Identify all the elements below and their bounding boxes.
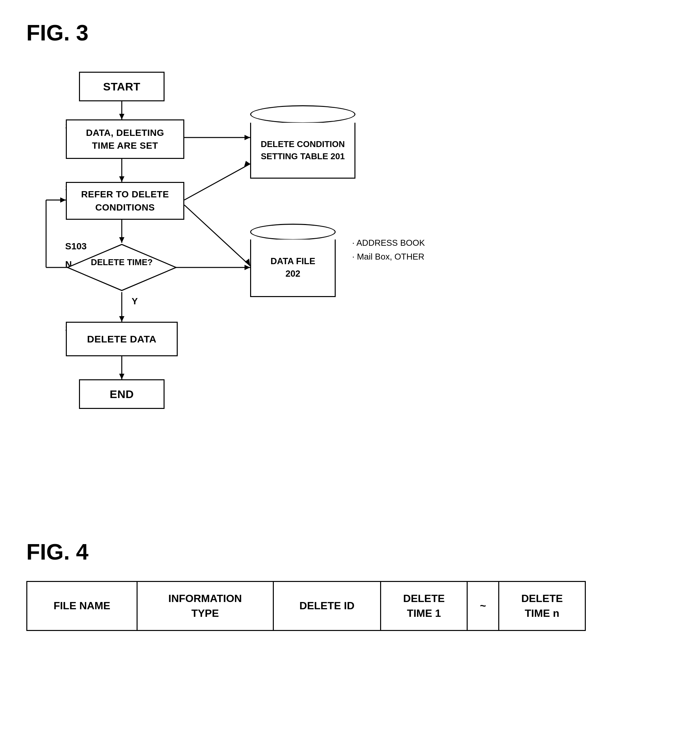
s102-text: REFER TO DELETECONDITIONS [81,188,169,214]
db2-label: DATA FILE202 [270,255,315,280]
delete-time-1-text: DELETETIME 1 [403,592,445,619]
db2-cylinder: DATA FILE202 [250,223,336,297]
col-tilde: ~ [467,582,499,631]
db1-cylinder: DELETE CONDITIONSETTING TABLE 201 [250,105,355,179]
table-header-row: FILE NAME INFORMATIONTYPE DELETE ID DELE… [27,582,586,631]
bullets: · ADDRESS BOOK · Mail Box, OTHER [352,236,425,264]
svg-marker-21 [245,265,250,270]
delete-time-n-text: DELETETIME n [521,592,563,619]
fig4-section: FIG. 4 FILE NAME INFORMATIONTYPE DELETE … [27,539,673,631]
svg-marker-7 [119,316,124,322]
svg-marker-1 [119,114,124,119]
col-delete-time-n: DELETETIME n [498,582,585,631]
svg-marker-13 [60,197,66,203]
svg-line-18 [184,205,250,266]
end-box: END [79,379,164,409]
diamond-box: DELETE TIME? [66,243,178,292]
bullet-address: · ADDRESS BOOK [352,236,425,250]
col-delete-time-1: DELETETIME 1 [381,582,467,631]
fig4-title: FIG. 4 [27,539,673,565]
col-info-type-text: INFORMATIONTYPE [169,592,242,619]
s102-box: REFER TO DELETECONDITIONS [66,182,184,220]
y-label: Y [132,296,138,307]
s101-text: DATA, DELETINGTIME ARE SET [86,126,164,152]
svg-marker-19 [245,259,250,266]
col-delete-id: DELETE ID [273,582,381,631]
svg-marker-17 [244,161,250,167]
start-box: START [79,72,164,101]
svg-marker-9 [119,374,124,379]
bullet-mailbox: · Mail Box, OTHER [352,250,425,264]
s104-box: DELETE DATA [66,322,178,356]
svg-marker-5 [119,237,124,243]
svg-line-16 [184,164,250,200]
s101-box: DATA, DELETINGTIME ARE SET [66,119,184,159]
fig3-section: FIG. 3 [27,20,673,506]
fig3-title: FIG. 3 [27,20,673,45]
flowchart: START S101 DATA, DELETINGTIME ARE SET S1… [27,62,673,506]
svg-marker-3 [119,176,124,182]
col-info-type: INFORMATIONTYPE [137,582,273,631]
db1-label: DELETE CONDITIONSETTING TABLE 201 [261,138,345,162]
col-file-name: FILE NAME [27,582,137,631]
diamond-svg: DELETE TIME? [66,243,178,292]
svg-text:DELETE TIME?: DELETE TIME? [91,257,153,267]
svg-marker-15 [245,135,250,140]
svg-marker-22 [67,244,176,290]
fig4-table: FILE NAME INFORMATIONTYPE DELETE ID DELE… [27,581,586,631]
